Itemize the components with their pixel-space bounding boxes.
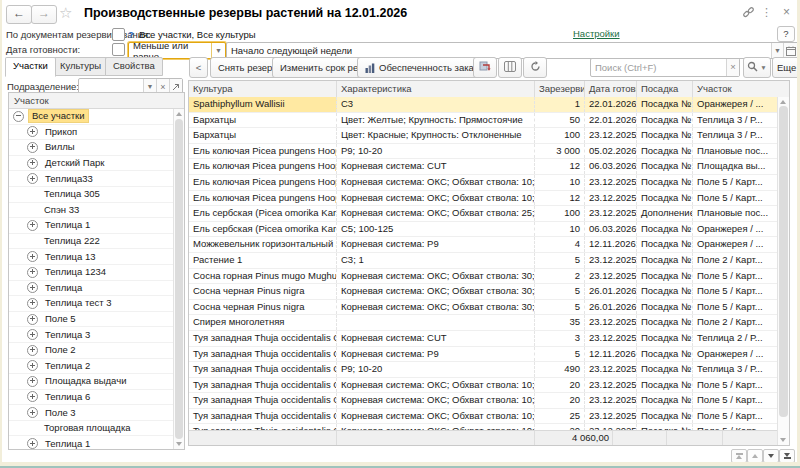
table-row[interactable]: Сосна черная Pinus nigraКорневая система…: [189, 300, 778, 316]
table-row[interactable]: Ель колючая Picea pungens HoopsiiКорнева…: [189, 159, 778, 175]
expand-plus-icon[interactable]: [27, 173, 38, 184]
table-row[interactable]: Спирея многолетняя3523.12.2025Посадка № …: [189, 315, 778, 331]
column-settings-button[interactable]: [498, 57, 522, 78]
go-prev-button[interactable]: [747, 449, 763, 463]
scroll-down-icon[interactable]: [780, 438, 786, 442]
search-input[interactable]: [591, 59, 726, 76]
tree-item[interactable]: Прикоп: [9, 125, 174, 141]
scroll-up-icon[interactable]: [176, 112, 182, 116]
close-icon[interactable]: ×: [783, 5, 790, 19]
forward-button[interactable]: →: [31, 5, 57, 24]
table-row[interactable]: Ель колючая Picea pungens HoopsiiP9; 10-…: [189, 144, 778, 160]
table-row[interactable]: БархатцыЦвет: Красные; Крупность: Отклон…: [189, 128, 778, 144]
expand-plus-icon[interactable]: [27, 251, 38, 262]
expand-plus-icon[interactable]: [27, 407, 38, 418]
table-row[interactable]: Ель колючая Picea pungens HoopsiiКорнева…: [189, 191, 778, 207]
tree-item[interactable]: Теплица 1: [9, 218, 174, 234]
expand-plus-icon[interactable]: [27, 345, 38, 356]
table-row[interactable]: Сосна черная Pinus nigraКорневая система…: [189, 284, 778, 300]
expand-plus-icon[interactable]: [27, 360, 38, 371]
scroll-up-icon[interactable]: [780, 100, 786, 104]
expand-plus-icon[interactable]: [27, 376, 38, 387]
tree-item[interactable]: Площадка выдачи: [9, 374, 174, 390]
tree-item[interactable]: Все участки: [9, 109, 174, 125]
expand-plus-icon[interactable]: [27, 282, 38, 293]
more-button[interactable]: Еще ▼: [772, 57, 800, 78]
table-row[interactable]: Spathiphyllum WallisiiC3122.01.2026Посад…: [189, 97, 778, 113]
table-row[interactable]: Туя западная Thuja occidentalis Golden .…: [189, 378, 778, 394]
table-row[interactable]: Сосна горная Pinus mugo MughusКорневая с…: [189, 269, 778, 285]
table-row[interactable]: Растение 1C3; 1523.12.2025Посадка № 0...…: [189, 253, 778, 269]
tree-item[interactable]: Поле 2: [9, 343, 174, 359]
tree-item[interactable]: Теплица 2: [9, 359, 174, 375]
table-scrollbar[interactable]: [777, 97, 789, 445]
table-row[interactable]: Туя западная Thuja occidentalis Golden .…: [189, 347, 778, 363]
back-button[interactable]: ←: [6, 5, 32, 24]
expand-plus-icon[interactable]: [27, 158, 38, 169]
date-dropdown-icon[interactable]: ▼: [771, 43, 783, 58]
more-menu-icon[interactable]: ⋮: [761, 5, 772, 19]
search-clear-icon[interactable]: ×: [726, 59, 739, 76]
tree-item[interactable]: Теплица 6: [9, 390, 174, 406]
linked-documents-button[interactable]: [473, 57, 497, 78]
table-row[interactable]: Туя западная Thuja occidentalis Golden .…: [189, 362, 778, 378]
tree-item[interactable]: Теплица 222: [9, 234, 174, 250]
search-options-button[interactable]: ▼: [743, 57, 771, 78]
tab-cultures[interactable]: Культуры: [52, 57, 109, 76]
tab-sites[interactable]: Участки: [5, 57, 56, 77]
expand-plus-icon[interactable]: [27, 298, 38, 309]
col-culture[interactable]: Культура: [189, 81, 337, 97]
go-first-button[interactable]: [731, 449, 747, 463]
expand-plus-icon[interactable]: [27, 126, 38, 137]
expand-plus-icon[interactable]: [27, 314, 38, 325]
tree-item[interactable]: Спэн 33: [9, 203, 174, 219]
help-button[interactable]: ?: [777, 26, 795, 42]
tree-item[interactable]: Поле 5: [9, 312, 174, 328]
reserve-docs-summary[interactable]: Все участки, Все культуры: [139, 29, 256, 40]
col-site[interactable]: Участок: [693, 81, 789, 97]
expand-plus-icon[interactable]: [27, 329, 38, 340]
expand-plus-icon[interactable]: [27, 267, 38, 278]
tree-item[interactable]: Теплица 13: [9, 249, 174, 265]
col-planting[interactable]: Посадка: [637, 81, 693, 97]
calendar-icon[interactable]: [783, 43, 798, 58]
col-reserved[interactable]: Зарезервиро...: [535, 81, 585, 97]
tree-item[interactable]: Теплица: [9, 281, 174, 297]
expand-plus-icon[interactable]: [27, 391, 38, 402]
tree-item[interactable]: Теплица33: [9, 171, 174, 187]
col-characteristic[interactable]: Характеристика: [337, 81, 535, 97]
tree-item[interactable]: Детский Парк: [9, 156, 174, 172]
collapse-minus-icon[interactable]: [13, 111, 24, 122]
tree-item[interactable]: Теплица 1234: [9, 265, 174, 281]
favorite-star-icon[interactable]: ☆: [59, 4, 72, 22]
settings-link[interactable]: Настройки: [573, 28, 620, 39]
reserve-docs-checkbox[interactable]: [112, 28, 125, 41]
table-row[interactable]: Туя западная Thuja occidentalis Golden .…: [189, 393, 778, 409]
tree-item[interactable]: Теплица 1: [9, 436, 174, 449]
go-last-button[interactable]: [779, 449, 795, 463]
table-row[interactable]: Туя западная Thuja occidentalis Golden .…: [189, 331, 778, 347]
refresh-button[interactable]: [523, 57, 547, 78]
table-row[interactable]: БархатцыЦвет: Желтые; Крупность: Прямост…: [189, 113, 778, 129]
tree-item[interactable]: Торговая площадка: [9, 421, 174, 437]
ready-date-checkbox[interactable]: [112, 43, 125, 56]
table-row[interactable]: Можжевельник горизонтальный Juniperu...К…: [189, 237, 778, 253]
go-next-button[interactable]: [763, 449, 779, 463]
tree-item[interactable]: Теплица 305: [9, 187, 174, 203]
expand-plus-icon[interactable]: [27, 438, 38, 449]
scroll-down-icon[interactable]: [176, 442, 182, 446]
tab-properties[interactable]: Свойства: [105, 57, 163, 76]
chevron-down-icon[interactable]: ▼: [211, 43, 225, 58]
table-row[interactable]: Ель сербская (Picea omorika Karel)Корнев…: [189, 206, 778, 222]
table-row[interactable]: Ель колючая Picea pungens HoopsiiКорнева…: [189, 175, 778, 191]
expand-plus-icon[interactable]: [27, 142, 38, 153]
tree-item[interactable]: Теплица тест 3: [9, 296, 174, 312]
table-row[interactable]: Ель сербская (Picea omorika Karel)C5; 10…: [189, 222, 778, 238]
reserve-docs-help-icon[interactable]: ?: [128, 29, 134, 40]
tree-item[interactable]: Виллы: [9, 140, 174, 156]
tree-item[interactable]: Теплица 3: [9, 327, 174, 343]
collapse-panel-button[interactable]: <: [189, 57, 208, 78]
expand-plus-icon[interactable]: [27, 220, 38, 231]
site-tree-header[interactable]: Участок: [9, 93, 184, 109]
col-ready-date[interactable]: Дата готовности: [585, 81, 637, 97]
